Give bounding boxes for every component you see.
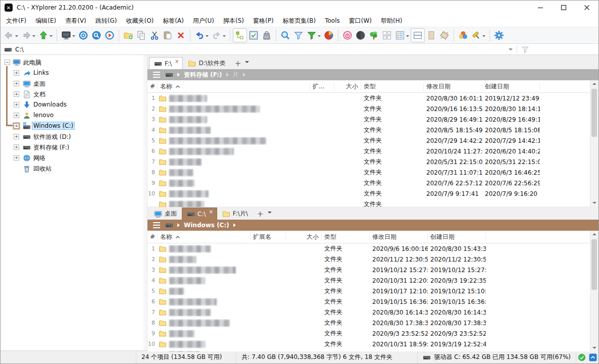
column-header-4[interactable]: 类型 [361,83,424,90]
new-tab-button[interactable]: + [253,210,268,220]
file-name-cell[interactable] [158,179,310,187]
file-row[interactable]: 1文件夹2020/9/6 16:00:162020/8/30 15:43:31 [147,243,598,254]
tree-item-8[interactable]: +资料存储 (F:) [1,142,143,152]
dropdown-caret-icon[interactable] [15,35,18,38]
expand-icon[interactable]: + [14,102,19,108]
file-row[interactable]: 5文件夹2019/10/17 12:10:292019/10/12 15:10:… [147,286,598,296]
file-name-cell[interactable] [158,147,310,155]
file-name-cell[interactable] [158,105,310,113]
menu-item-9[interactable]: 标签页集(B) [278,15,321,27]
column-header-5[interactable]: 修改日期 [424,83,482,90]
scroll-up-icon[interactable] [592,233,596,235]
color-filter-button[interactable] [457,28,470,42]
delete-button[interactable] [174,28,187,42]
file-name-cell[interactable] [158,277,251,285]
file-name-cell[interactable] [158,287,251,295]
expand-icon[interactable]: + [14,91,19,97]
filter-button[interactable] [292,28,305,42]
expand-icon[interactable]: + [14,123,19,129]
file-name-cell[interactable] [158,94,310,102]
tree-item-7[interactable]: +软件游戏 (D:) [1,131,143,142]
tab-list-dropdown-icon[interactable] [268,212,272,216]
file-name-cell[interactable] [158,330,251,338]
tree-item-0[interactable]: −此电脑 [1,57,143,68]
tree-item-label[interactable]: 软件游戏 (D:) [32,132,72,142]
tree-item-label[interactable]: Downloads [32,100,68,109]
size-weight-button[interactable]: KG [260,28,273,42]
dropdown-caret-icon[interactable] [32,35,35,38]
tree-item-5[interactable]: +lenovo [1,110,143,121]
file-name-cell[interactable] [158,245,251,253]
column-header-4[interactable]: 类型 [322,233,370,241]
breadcrumb-segment[interactable]: Windows (C:) [184,222,229,229]
expand-icon[interactable]: + [14,81,19,86]
file-name-cell[interactable] [158,351,251,352]
expand-icon[interactable]: + [14,155,19,161]
new-tab-button[interactable]: + [231,59,245,69]
scroll-down-icon[interactable] [592,347,596,349]
file-name-cell[interactable] [158,169,310,177]
file-row[interactable]: 7文件夹2020/5/31 22:15:052020/5/31 22:15:05 [147,157,598,167]
top-tab-0[interactable]: F:\× [149,57,183,69]
file-row[interactable]: 文件夹 [147,199,598,207]
tree-item-9[interactable]: +网络 [1,152,143,163]
file-name-cell[interactable] [158,340,251,348]
file-name-cell[interactable] [158,255,251,264]
column-header-5[interactable]: 修改日期 [370,233,428,241]
bottom-tab-1[interactable]: C:\× [182,207,217,220]
quick-search-button[interactable] [90,28,103,42]
tree-item-6[interactable]: +Windows (C:) [1,121,143,131]
paint-roller-button[interactable] [470,28,487,42]
show-tree-button[interactable] [367,28,380,42]
scroll-up-icon[interactable] [592,83,596,85]
folder-stats-pie-button[interactable] [322,28,335,42]
address-dropdown-icon[interactable] [509,48,513,53]
tree-item-label[interactable]: 资料存储 (F:) [32,143,71,152]
file-name-cell[interactable] [158,137,310,145]
new-folder-button[interactable] [122,28,135,42]
spiral-button[interactable] [341,28,354,42]
filter-funnel-icon[interactable] [521,45,529,54]
dropdown-caret-icon[interactable] [49,35,53,38]
file-name-cell[interactable] [158,266,251,274]
file-row[interactable]: 2文件夹2020/11/2 12:30:532020/11/2 12:30:53 [147,254,598,265]
file-row[interactable]: 5文件夹2020/7/29 14:42:252020/7/29 14:42:16 [147,135,598,146]
breadcrumb-menu-icon[interactable] [153,74,160,75]
breadcrumb-segment[interactable]: 片 [233,71,239,79]
file-row[interactable]: 10文件夹2020/10/31 18:59:502019/3/19 12:52:… [147,339,598,349]
menu-item-5[interactable]: 标签(A) [158,15,188,27]
status-ok-icon[interactable] [578,353,586,361]
bottom-breadcrumb[interactable]: Windows (C:) [147,220,598,231]
up-button[interactable] [37,28,54,42]
settings-gear-button[interactable] [492,28,506,42]
tree-item-10[interactable]: 回收站 [1,163,143,174]
expand-icon[interactable]: + [14,134,19,139]
expand-icon[interactable]: + [14,113,19,118]
flip-panes-button[interactable] [438,28,451,42]
dropdown-caret-icon[interactable] [206,35,209,38]
menu-item-2[interactable]: 查看(V) [61,15,91,27]
column-header-0[interactable]: # [147,233,158,241]
menu-item-7[interactable]: 脚本(S) [219,15,248,27]
go-button[interactable] [103,28,116,42]
file-name-cell[interactable] [158,116,310,124]
cut-button[interactable] [148,28,161,42]
menu-item-11[interactable]: 窗口(W) [344,15,376,27]
expand-icon[interactable]: + [14,144,19,150]
tree-item-label[interactable]: 文档 [32,90,47,99]
file-row[interactable]: 8文件夹2020/8/30 17:38:342020/8/30 17:38:34 [147,318,598,328]
menu-item-1[interactable]: 编辑(E) [31,15,61,27]
hotlist-button[interactable] [77,28,90,42]
tree-item-4[interactable]: +Downloads [1,99,143,110]
tab-close-icon[interactable]: × [175,59,179,64]
expand-status-button[interactable] [589,353,597,361]
tree-item-2[interactable]: +桌面 [1,78,143,89]
file-name-cell[interactable] [158,200,310,207]
scroll-thumb[interactable] [591,89,597,137]
collapse-icon[interactable]: − [5,60,10,65]
paste-button[interactable] [161,28,174,42]
tree-item-label[interactable]: Windows (C:) [32,122,75,130]
tree-item-label[interactable]: 回收站 [32,164,53,174]
breadcrumb-menu-icon[interactable] [153,225,160,226]
file-row[interactable] [147,349,598,352]
